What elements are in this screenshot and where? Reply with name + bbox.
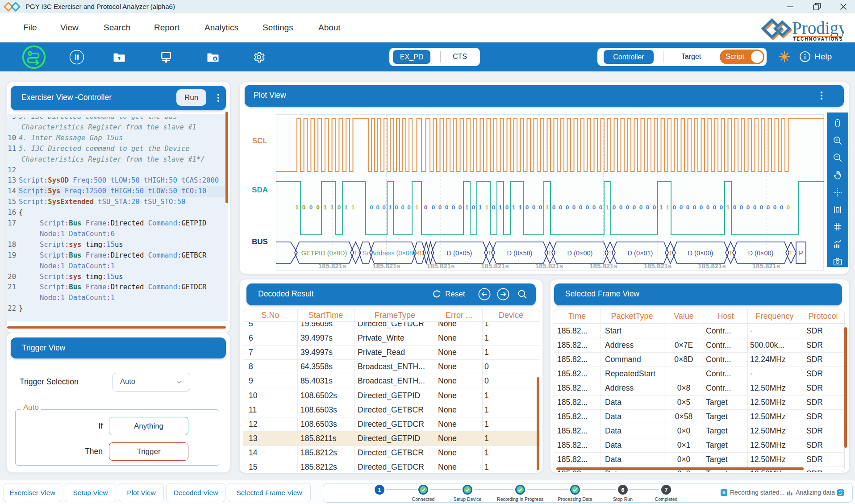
pan-hand-tool[interactable] [832,170,843,180]
code-text: Script:SysOD Freq:500 tLOW:50 tHIGH:50 t… [19,175,219,186]
view-tab-exerciser-view[interactable]: Exerciser View [4,483,61,502]
column-header[interactable]: Host [704,312,747,321]
if-anything-button[interactable]: Anything [109,417,188,435]
table-row[interactable]: 185.82...Data0×5Target12.50MHzSDR [554,395,844,409]
maximize-button[interactable] [807,0,827,13]
next-frame-button[interactable] [497,288,509,300]
prev-frame-button[interactable] [478,288,491,300]
table-row[interactable]: 185.82...StartContr...-SDR [554,324,844,338]
table-row[interactable]: 185.82...Data0×1Target12.50MHzSDR [554,438,844,452]
table-cell: Address [600,341,664,350]
table-row[interactable]: 185.82...Data0×0Target12.50MHzSDR [554,424,844,438]
move-arrows-tool[interactable] [832,187,843,198]
selected-vscrollbar[interactable] [844,327,847,448]
bit-value: 0 [382,204,386,211]
search-button[interactable] [517,289,528,300]
folder-location-button[interactable] [206,50,220,64]
menu-item-about[interactable]: About [318,23,341,33]
monitor-network-button[interactable] [159,50,173,64]
column-header[interactable]: Error ... [436,311,482,320]
table-row[interactable]: 639.4997sPrivate_WriteNone1 [243,331,540,345]
exerciser-title: Exerciser View -Controller [21,93,112,102]
column-header[interactable]: Value [664,312,704,321]
column-header[interactable]: Time [554,312,600,321]
code-line-13: 13Script:SysOD Freq:500 tLOW:50 tHIGH:50… [6,175,225,186]
mode-ex-pd-button[interactable]: EX_PD [393,50,430,64]
table-row[interactable]: 11108.6503sDirected_GETBCRNone1 [243,403,540,417]
trigger-selection-label: Trigger Selection [20,377,79,387]
exerciser-menu-button[interactable] [211,90,226,105]
table-row[interactable]: 864.3558sBroadcast_ENTH...None0 [243,359,540,374]
mouse-tool[interactable] [832,118,843,129]
table-cell: 19.9609s [297,322,354,329]
bit-value: 0 [713,204,717,211]
close-button[interactable] [833,0,854,13]
run-button[interactable]: Run [176,89,206,106]
split-columns-tool[interactable] [832,204,843,215]
view-tab-selected-frame-view[interactable]: Selected Frame View [228,483,311,502]
table-row[interactable]: 185.82...RepeatedStartContr...-SDR [554,367,844,381]
mode-cts-button[interactable]: CTS [446,53,473,61]
table-row[interactable]: 519.9609sDirected_GETDCRNone1 [243,322,540,331]
table-row[interactable]: 739.4997sPrivate_ReadNone1 [243,345,540,359]
column-header[interactable]: Device [482,311,540,320]
table-row[interactable]: 185.82...Address0×7EContr...500.00k...SD… [554,338,844,352]
menu-item-search[interactable]: Search [104,23,130,33]
table-cell: 108.6502s [297,391,354,400]
bus-frame-label: T [488,250,492,257]
waveform[interactable]: 185.821s185.821s185.821s185.821s185.821s… [272,112,827,273]
view-tab-decoded-view[interactable]: Decoded View [166,483,225,502]
minimize-button[interactable] [780,0,801,13]
view-tab-plot-view[interactable]: Plot View [119,483,164,502]
column-header[interactable]: StartTime [297,311,354,320]
pause-button[interactable] [69,50,84,65]
camera-tool[interactable] [832,256,843,267]
table-row[interactable]: 185.82...Command0×8DContr...12.24MHzSDR [554,352,844,367]
plot-menu-button[interactable] [814,88,829,103]
settings-gear-icon [252,50,266,64]
column-header[interactable]: Protocol [802,312,844,321]
editor-hscrollbar[interactable] [7,326,226,329]
bit-value: 1 [666,204,670,211]
decoded-vscrollbar[interactable] [537,377,539,470]
menu-item-file[interactable]: File [23,23,37,33]
table-cell: 185.8212s [297,448,354,458]
menu-item-settings[interactable]: Settings [263,23,293,33]
menu-item-analytics[interactable]: Analytics [204,23,238,33]
zoom-out-tool[interactable] [832,152,843,163]
selected-hscrollbar[interactable] [556,467,804,470]
column-header[interactable]: PacketType [600,312,664,321]
trigger-selection-dropdown[interactable]: Auto [113,373,190,392]
table-row[interactable]: 985.4031sBroadcast_ENTH...None0 [243,374,540,388]
menu-item-report[interactable]: Report [154,23,179,33]
table-row[interactable]: 10108.6502sDirected_GETPIDNone1 [243,388,540,402]
column-header[interactable]: FrameType [354,311,436,320]
then-trigger-button[interactable]: Trigger [109,442,188,461]
table-row[interactable]: 185.82...Data0×0Target12.50MHzSDR [554,452,844,467]
script-toggle[interactable]: Script [720,50,764,64]
theme-button[interactable] [778,50,791,63]
table-row[interactable]: 12108.6503sDirected_GETDCRNone1 [243,417,540,431]
menu-item-view[interactable]: View [60,23,79,33]
reset-button[interactable] [431,288,442,300]
view-tab-setup-view[interactable]: Setup View [65,483,116,502]
table-cell: SDR [802,355,844,364]
column-header[interactable]: S.No [243,311,297,320]
settings-gear-button[interactable] [252,50,266,64]
table-cell: 8 [243,362,297,371]
help-button[interactable] [799,51,811,62]
editor-vscrollbar[interactable] [225,112,228,203]
flow-run-button[interactable] [22,45,46,69]
trend-chart-tool[interactable] [832,239,843,250]
table-row[interactable]: 185.82...Address0×8Contr...12.50MHzSDR [554,381,844,395]
column-header[interactable]: Frequency [747,312,802,321]
table-row[interactable]: 15185.8212sDirected_GETDCRNone1 [243,460,540,472]
table-row[interactable]: 185.82...Data0×58Target12.50MHzSDR [554,409,844,424]
role-controller-button[interactable]: Controller [604,50,654,64]
table-row[interactable]: 14185.8212sDirected_GETBCRNone1 [243,446,540,460]
grid-tool[interactable] [832,221,843,232]
folder-upload-button[interactable] [113,50,126,64]
table-row[interactable]: 13185.8211sDirected_GETPIDNone1 [243,431,540,446]
role-target-button[interactable]: Target [676,53,707,61]
zoom-in-tool[interactable] [832,135,843,146]
